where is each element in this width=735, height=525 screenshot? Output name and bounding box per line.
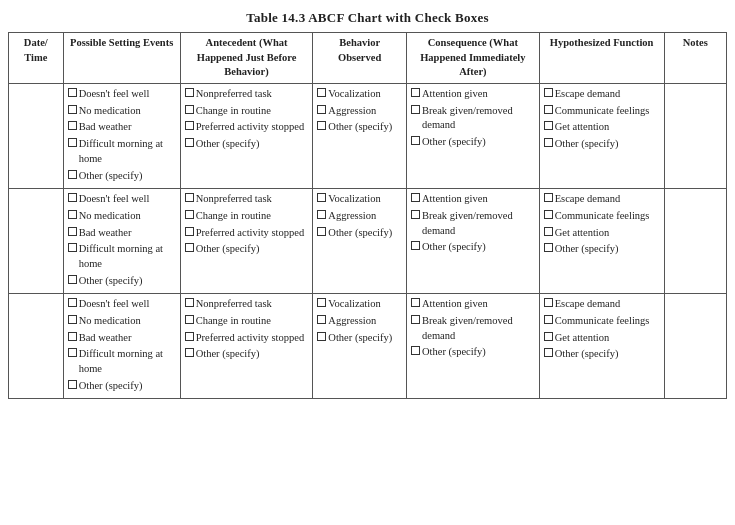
checkbox[interactable] xyxy=(68,88,77,97)
checkbox-item: No medication xyxy=(68,314,176,329)
checkbox-item: Other (specify) xyxy=(185,347,309,362)
checkbox[interactable] xyxy=(185,210,194,219)
cell-setting: Doesn't feel wellNo medicationBad weathe… xyxy=(63,84,180,189)
checkbox-label: Difficult morning at home xyxy=(79,137,176,166)
checkbox[interactable] xyxy=(317,105,326,114)
checkbox-label: Other (specify) xyxy=(196,137,260,152)
checkbox-label: Escape demand xyxy=(555,297,621,312)
checkbox[interactable] xyxy=(317,88,326,97)
header-notes: Notes xyxy=(664,33,726,84)
checkbox[interactable] xyxy=(317,332,326,341)
checkbox-item: Preferred activity stopped xyxy=(185,226,309,241)
checkbox[interactable] xyxy=(68,275,77,284)
checkbox-label: Bad weather xyxy=(79,331,132,346)
checkbox-label: Other (specify) xyxy=(555,137,619,152)
checkbox[interactable] xyxy=(544,193,553,202)
checkbox-label: Bad weather xyxy=(79,120,132,135)
checkbox[interactable] xyxy=(411,210,420,219)
checkbox-item: Escape demand xyxy=(544,297,660,312)
checkbox-label: Vocalization xyxy=(328,192,380,207)
checkbox-item: Nonpreferred task xyxy=(185,297,309,312)
checkbox[interactable] xyxy=(544,315,553,324)
checkbox[interactable] xyxy=(185,298,194,307)
checkbox[interactable] xyxy=(411,315,420,324)
checkbox[interactable] xyxy=(68,227,77,236)
checkbox[interactable] xyxy=(185,121,194,130)
checkbox-label: Escape demand xyxy=(555,87,621,102)
checkbox[interactable] xyxy=(544,227,553,236)
checkbox[interactable] xyxy=(544,138,553,147)
checkbox[interactable] xyxy=(411,298,420,307)
checkbox-label: Break given/removed demand xyxy=(422,314,535,343)
checkbox[interactable] xyxy=(68,210,77,219)
checkbox[interactable] xyxy=(544,332,553,341)
checkbox-label: Other (specify) xyxy=(79,169,143,184)
checkbox[interactable] xyxy=(185,138,194,147)
checkbox[interactable] xyxy=(317,121,326,130)
checkbox[interactable] xyxy=(68,315,77,324)
checkbox[interactable] xyxy=(185,243,194,252)
checkbox[interactable] xyxy=(411,193,420,202)
checkbox[interactable] xyxy=(68,138,77,147)
cell-antecedent: Nonpreferred taskChange in routinePrefer… xyxy=(180,84,313,189)
checkbox[interactable] xyxy=(544,121,553,130)
checkbox[interactable] xyxy=(68,121,77,130)
checkbox-label: Other (specify) xyxy=(555,347,619,362)
checkbox[interactable] xyxy=(68,170,77,179)
cell-notes xyxy=(664,294,726,399)
checkbox-label: Other (specify) xyxy=(422,345,486,360)
checkbox[interactable] xyxy=(544,105,553,114)
checkbox-item: Nonpreferred task xyxy=(185,192,309,207)
checkbox-item: Vocalization xyxy=(317,87,402,102)
checkbox[interactable] xyxy=(317,315,326,324)
checkbox[interactable] xyxy=(68,332,77,341)
checkbox[interactable] xyxy=(411,105,420,114)
checkbox[interactable] xyxy=(317,210,326,219)
checkbox[interactable] xyxy=(68,380,77,389)
cell-function: Escape demandCommunicate feelingsGet att… xyxy=(539,189,664,294)
checkbox[interactable] xyxy=(185,105,194,114)
checkbox-item: Break given/removed demand xyxy=(411,209,535,238)
checkbox[interactable] xyxy=(544,298,553,307)
checkbox-label: Aggression xyxy=(328,104,376,119)
checkbox[interactable] xyxy=(185,332,194,341)
checkbox[interactable] xyxy=(544,348,553,357)
checkbox-label: Break given/removed demand xyxy=(422,104,535,133)
cell-consequence: Attention givenBreak given/removed deman… xyxy=(407,294,540,399)
checkbox-item: Preferred activity stopped xyxy=(185,120,309,135)
checkbox[interactable] xyxy=(544,243,553,252)
checkbox[interactable] xyxy=(411,241,420,250)
checkbox-item: Other (specify) xyxy=(317,120,402,135)
checkbox[interactable] xyxy=(317,227,326,236)
checkbox[interactable] xyxy=(185,315,194,324)
checkbox[interactable] xyxy=(68,193,77,202)
checkbox[interactable] xyxy=(185,88,194,97)
checkbox-item: Other (specify) xyxy=(68,274,176,289)
header-antecedent: Antecedent (What Happened Just Before Be… xyxy=(180,33,313,84)
checkbox-label: Nonpreferred task xyxy=(196,297,272,312)
abcf-table: Date/ Time Possible Setting Events Antec… xyxy=(8,32,727,399)
checkbox-label: Bad weather xyxy=(79,226,132,241)
checkbox[interactable] xyxy=(185,227,194,236)
table-title: Table 14.3 ABCF Chart with Check Boxes xyxy=(8,10,727,26)
checkbox[interactable] xyxy=(185,348,194,357)
checkbox-label: Difficult morning at home xyxy=(79,242,176,271)
checkbox[interactable] xyxy=(544,88,553,97)
cell-setting: Doesn't feel wellNo medicationBad weathe… xyxy=(63,189,180,294)
checkbox[interactable] xyxy=(68,105,77,114)
checkbox[interactable] xyxy=(411,346,420,355)
checkbox-label: Other (specify) xyxy=(422,135,486,150)
checkbox[interactable] xyxy=(317,193,326,202)
checkbox-label: Other (specify) xyxy=(196,242,260,257)
checkbox-item: Other (specify) xyxy=(411,240,535,255)
checkbox[interactable] xyxy=(68,298,77,307)
checkbox[interactable] xyxy=(317,298,326,307)
checkbox[interactable] xyxy=(68,243,77,252)
checkbox[interactable] xyxy=(411,136,420,145)
checkbox-item: Break given/removed demand xyxy=(411,104,535,133)
checkbox[interactable] xyxy=(411,88,420,97)
checkbox[interactable] xyxy=(68,348,77,357)
checkbox[interactable] xyxy=(185,193,194,202)
checkbox[interactable] xyxy=(544,210,553,219)
checkbox-item: Difficult morning at home xyxy=(68,347,176,376)
